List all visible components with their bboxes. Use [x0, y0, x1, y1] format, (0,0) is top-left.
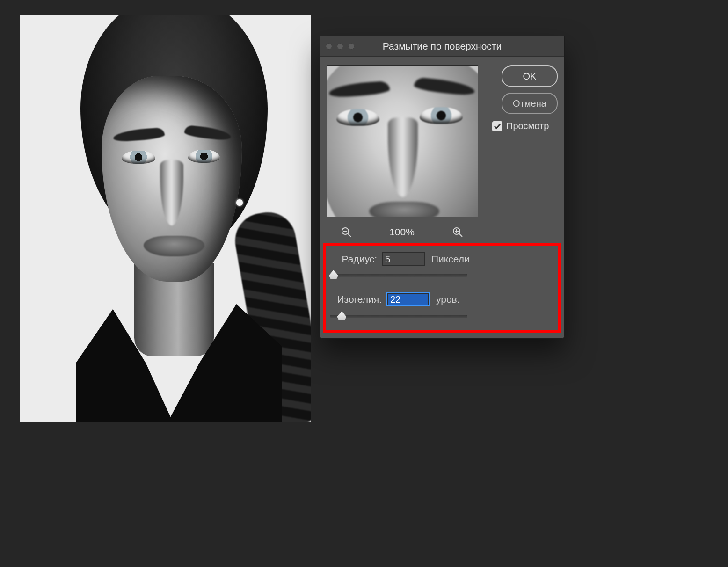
zoom-out-icon[interactable]: [341, 226, 352, 238]
radius-label: Радиус:: [333, 254, 377, 265]
radius-unit: Пиксели: [431, 254, 470, 265]
cancel-button[interactable]: Отмена: [502, 93, 558, 114]
radius-input[interactable]: [382, 252, 425, 266]
zoom-level: 100%: [389, 226, 415, 238]
cancel-button-label: Отмена: [513, 98, 546, 109]
params-highlight: Радиус: Пиксели Изогелия: уров.: [323, 243, 561, 333]
preview-thumbnail[interactable]: [327, 65, 478, 217]
threshold-unit: уров.: [436, 294, 460, 305]
svg-line-1: [348, 233, 351, 237]
svg-line-4: [459, 233, 462, 237]
ok-button[interactable]: OK: [502, 65, 558, 87]
window-minimize-icon[interactable]: [337, 43, 343, 50]
preview-checkbox-label: Просмотр: [506, 121, 549, 131]
window-controls[interactable]: [326, 43, 355, 50]
threshold-label: Изогелия:: [333, 294, 382, 305]
document-canvas[interactable]: [20, 15, 311, 422]
window-zoom-icon[interactable]: [348, 43, 355, 50]
threshold-slider[interactable]: [330, 315, 467, 318]
zoom-in-icon[interactable]: [452, 226, 463, 238]
preview-checkbox[interactable]: [492, 121, 502, 131]
threshold-input[interactable]: [386, 292, 430, 306]
surface-blur-dialog: Размытие по поверхности 100%: [320, 36, 565, 339]
window-close-icon[interactable]: [326, 43, 332, 50]
radius-slider-thumb[interactable]: [329, 270, 338, 279]
radius-slider[interactable]: [330, 274, 467, 277]
dialog-title: Размытие по поверхности: [320, 41, 564, 52]
ok-button-label: OK: [523, 71, 537, 82]
dialog-titlebar[interactable]: Размытие по поверхности: [320, 36, 564, 57]
threshold-slider-thumb[interactable]: [337, 311, 346, 320]
